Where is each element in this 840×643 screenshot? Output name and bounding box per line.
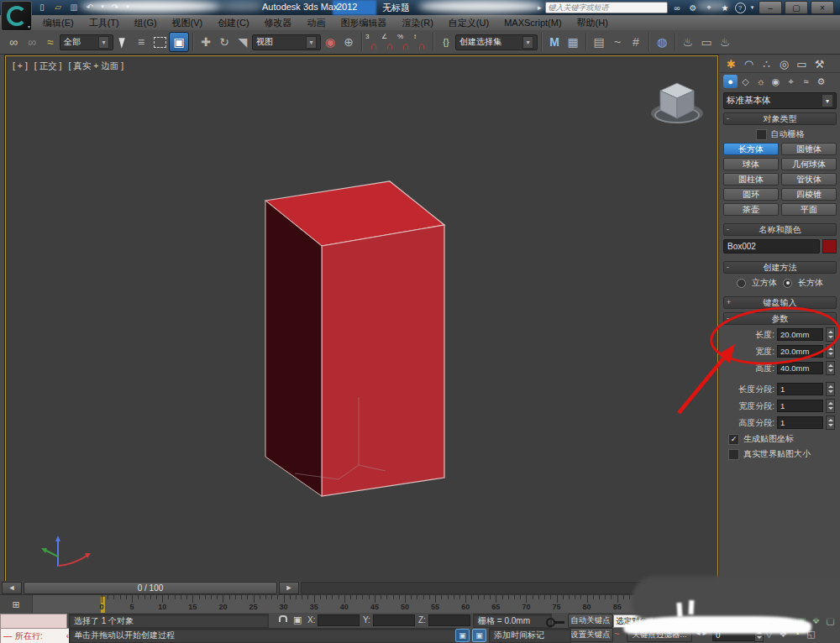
open-file-icon[interactable]: ▱ xyxy=(51,1,65,13)
help-dropdown-icon[interactable]: ▾ xyxy=(749,3,756,13)
subtab-cameras-icon[interactable]: ◉ xyxy=(769,75,783,88)
subtab-shapes-icon[interactable]: ◇ xyxy=(738,75,753,88)
render-setup-icon[interactable]: ♨ xyxy=(679,33,697,51)
align-icon[interactable]: ▦ xyxy=(564,33,582,51)
new-file-icon[interactable]: ▯ xyxy=(35,1,49,13)
x-coord-field[interactable] xyxy=(318,614,360,626)
previous-frame-button[interactable]: ◄ xyxy=(2,582,22,594)
time-tag-icon[interactable]: ▣ xyxy=(472,629,486,642)
absolute-mode-icon[interactable]: ▣ xyxy=(293,614,302,625)
mirror-icon[interactable]: M xyxy=(545,33,564,51)
search-input[interactable]: 键入关键字或短语 xyxy=(545,2,668,13)
select-and-move-icon[interactable]: ✚ xyxy=(197,33,215,51)
layer-manager-icon[interactable]: ▤ xyxy=(590,33,608,51)
macro-recorder-field[interactable] xyxy=(0,614,67,629)
radio-box[interactable] xyxy=(783,279,792,288)
subtab-helpers-icon[interactable]: ⌖ xyxy=(784,75,798,88)
tab-motion-icon[interactable]: ◎ xyxy=(776,56,792,71)
edit-named-sets-icon[interactable]: {} xyxy=(437,33,455,51)
spinner-snap-icon[interactable]: ↕∩ xyxy=(413,33,429,51)
button-teapot[interactable]: 茶壶 xyxy=(723,203,779,216)
track-bar[interactable]: ⊞ 051015202530354045505560657075808590 xyxy=(0,594,719,614)
height-field[interactable]: 40.0mm xyxy=(777,362,823,374)
height-segs-field[interactable]: 1 xyxy=(777,416,823,429)
material-editor-icon[interactable]: ◍ xyxy=(653,33,671,51)
menu-graph-editors[interactable]: 图形编辑器 xyxy=(333,15,395,30)
use-pivot-center-icon[interactable]: ◉ xyxy=(321,33,339,51)
select-and-manipulate-icon[interactable]: ⊕ xyxy=(339,33,358,51)
subtab-systems-icon[interactable]: ⚙ xyxy=(814,75,828,88)
select-object-icon[interactable] xyxy=(113,33,132,51)
height-spinner[interactable] xyxy=(826,361,835,375)
menu-animation[interactable]: 动画 xyxy=(300,15,333,30)
button-pyramid[interactable]: 四棱锥 xyxy=(781,188,837,201)
button-plane[interactable]: 平面 xyxy=(781,203,837,216)
trackbar-ruler[interactable]: 051015202530354045505560657075808590 xyxy=(32,595,719,614)
width-segs-field[interactable]: 1 xyxy=(777,400,823,412)
maximize-button[interactable]: ▢ xyxy=(785,1,808,14)
save-file-icon[interactable]: ▥ xyxy=(67,1,81,13)
radio-cube[interactable] xyxy=(737,279,746,288)
select-and-link-icon[interactable]: ∞ xyxy=(4,33,23,51)
selection-lock-icon[interactable] xyxy=(277,615,289,626)
search-binoculars-icon[interactable]: ∞ xyxy=(671,3,684,13)
isolate-selection-icon[interactable]: ▣ xyxy=(455,629,470,642)
menu-tools[interactable]: 工具(T) xyxy=(81,15,127,30)
rollout-object-type[interactable]: -对象类型 xyxy=(723,112,837,125)
unlink-selection-icon[interactable]: ∞ xyxy=(23,33,41,51)
menu-rendering[interactable]: 渲染(R) xyxy=(395,15,441,30)
minimize-button[interactable]: – xyxy=(759,1,782,14)
tab-create-icon[interactable]: ✱ xyxy=(723,56,739,71)
length-segs-spinner[interactable] xyxy=(826,382,835,396)
menu-group[interactable]: 组(G) xyxy=(127,15,165,30)
render-production-icon[interactable]: ♨ xyxy=(716,33,734,51)
selection-region-icon[interactable] xyxy=(150,33,169,51)
primitive-category-dropdown[interactable]: 标准基本体▾ xyxy=(723,92,837,109)
subtab-geometry-icon[interactable]: ● xyxy=(723,75,738,88)
auto-key-button[interactable]: 自动关键点 xyxy=(568,614,613,628)
object-name-field[interactable]: Box002 xyxy=(723,239,820,254)
set-key-button[interactable]: 设置关键点 xyxy=(568,628,613,642)
scene-canvas[interactable] xyxy=(6,56,717,582)
percent-snap-icon[interactable]: %∩ xyxy=(397,33,413,51)
realworld-map-checkbox[interactable] xyxy=(728,449,739,460)
height-segs-spinner[interactable] xyxy=(826,416,835,430)
close-button[interactable]: × xyxy=(811,1,834,14)
width-segs-spinner[interactable] xyxy=(826,399,835,413)
button-cone[interactable]: 圆锥体 xyxy=(781,143,837,155)
menu-maxscript[interactable]: MAXScript(M) xyxy=(496,15,569,30)
y-coord-field[interactable] xyxy=(373,614,415,626)
rendered-frame-window-icon[interactable]: ▭ xyxy=(697,33,716,51)
length-segs-field[interactable]: 1 xyxy=(777,383,823,395)
button-torus[interactable]: 圆环 xyxy=(723,188,779,201)
help-icon[interactable]: ? xyxy=(735,3,746,13)
add-time-tag[interactable]: 添加时间标记 xyxy=(489,628,571,643)
curve-editor-icon[interactable]: ~ xyxy=(608,33,627,51)
menu-help[interactable]: 帮助(H) xyxy=(570,15,616,30)
time-slider-handle[interactable]: 0 / 100 xyxy=(24,582,277,594)
menu-customize[interactable]: 自定义(U) xyxy=(441,15,496,30)
snaps-toggle-icon[interactable]: 3∩ xyxy=(365,33,381,51)
tab-utilities-icon[interactable]: ⚒ xyxy=(811,56,827,71)
generate-mapping-checkbox[interactable]: ✓ xyxy=(728,434,739,445)
box-front-face[interactable] xyxy=(322,225,444,496)
viewcube[interactable] xyxy=(642,75,712,132)
menu-edit[interactable]: 编辑(E) xyxy=(35,15,81,30)
app-logo[interactable]: ▾ xyxy=(1,1,32,31)
next-frame-button[interactable]: ► xyxy=(279,582,299,594)
subtab-lights-icon[interactable]: ☼ xyxy=(753,75,768,88)
select-and-scale-icon[interactable]: ◥ xyxy=(234,33,252,51)
box-object[interactable] xyxy=(265,181,444,496)
tab-display-icon[interactable]: ▭ xyxy=(794,56,810,71)
object-color-swatch[interactable] xyxy=(822,239,837,254)
subtab-spacewarps-icon[interactable]: ≈ xyxy=(799,75,813,88)
button-tube[interactable]: 管状体 xyxy=(781,173,837,186)
menu-views[interactable]: 视图(V) xyxy=(165,15,211,30)
maxscript-mini-listener[interactable]: — 所在行: ‹ xyxy=(0,628,72,643)
schematic-view-icon[interactable]: # xyxy=(627,33,645,51)
select-by-name-icon[interactable]: ≡ xyxy=(132,33,150,51)
box-side-face[interactable] xyxy=(265,201,322,496)
button-box[interactable]: 长方体 xyxy=(723,143,779,155)
menu-create[interactable]: 创建(C) xyxy=(210,15,256,30)
tab-hierarchy-icon[interactable]: ∴ xyxy=(759,56,774,71)
